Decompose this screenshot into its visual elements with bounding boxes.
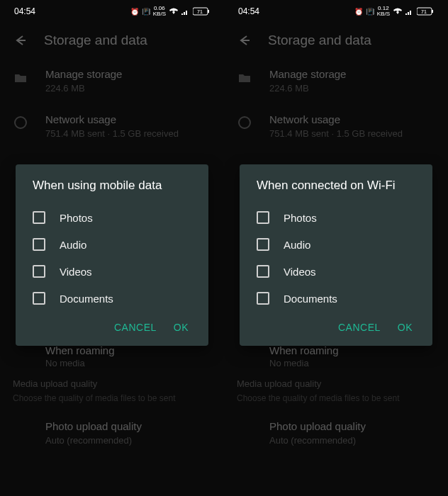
checkbox-icon[interactable]: [257, 211, 269, 224]
app-bar: Storage and data: [0, 23, 224, 58]
back-icon[interactable]: [237, 33, 251, 47]
data-usage-icon: [237, 115, 252, 130]
check-audio[interactable]: Audio: [23, 231, 201, 258]
svg-rect-1: [208, 10, 209, 13]
checkbox-icon[interactable]: [257, 292, 269, 305]
wifi-icon: [169, 7, 179, 16]
dialog-title: When connected on Wi-Fi: [247, 179, 425, 204]
spacer-icon: [13, 422, 28, 437]
checkbox-icon[interactable]: [33, 265, 45, 278]
check-label: Photos: [284, 212, 317, 224]
dialog-mobile-data: When using mobile data Photos Audio Vide…: [16, 164, 208, 346]
dialog-actions: CANCEL OK: [247, 312, 425, 339]
status-bar: 04:54 ⏰ 📳 0.12KB/S 71: [224, 0, 448, 23]
battery-icon: 71: [193, 7, 210, 16]
cancel-button[interactable]: CANCEL: [338, 322, 381, 333]
ok-button[interactable]: OK: [174, 322, 189, 333]
data-usage-icon: [13, 115, 28, 130]
dialog-actions: CANCEL OK: [23, 312, 201, 339]
network-speed: 0.06KB/S: [153, 6, 166, 17]
signal-icon: [181, 8, 190, 15]
status-time: 04:54: [14, 6, 35, 16]
check-label: Photos: [60, 212, 93, 224]
photo-quality-sub: Auto (recommended): [269, 435, 435, 446]
checkbox-icon[interactable]: [33, 292, 45, 305]
photo-quality-title: Photo upload quality: [269, 420, 435, 432]
roaming-title: When roaming: [45, 344, 224, 356]
svg-rect-5: [432, 10, 433, 13]
alarm-icon: ⏰: [130, 8, 139, 16]
folder-icon: [237, 69, 252, 85]
check-documents[interactable]: Documents: [23, 285, 201, 312]
check-audio[interactable]: Audio: [247, 231, 425, 258]
vibrate-icon: 📳: [142, 8, 150, 16]
phone-screen-right: 04:54 ⏰ 📳 0.12KB/S 71 Storage and data: [224, 0, 448, 496]
checkbox-icon[interactable]: [33, 238, 45, 251]
media-quality-header: Media upload quality: [0, 368, 224, 392]
status-right: ⏰ 📳 0.06KB/S 71: [130, 6, 210, 17]
network-speed: 0.12KB/S: [377, 6, 390, 17]
manage-storage-title: Manage storage: [45, 68, 211, 80]
media-quality-header: Media upload quality: [224, 368, 448, 392]
phone-screen-left: 04:54 ⏰ 📳 0.06KB/S 71 Storage and data: [0, 0, 224, 496]
battery-icon: 71: [417, 7, 434, 16]
media-quality-sub: Choose the quality of media files to be …: [0, 392, 224, 410]
manage-storage-item[interactable]: Manage storage 224.6 MB: [0, 58, 224, 103]
folder-icon: [13, 69, 28, 85]
roaming-sub: No media: [269, 358, 448, 368]
status-time: 04:54: [238, 6, 259, 16]
signal-icon: [405, 8, 414, 15]
check-documents[interactable]: Documents: [247, 285, 425, 312]
manage-storage-sub: 224.6 MB: [269, 83, 435, 94]
check-label: Audio: [60, 239, 86, 251]
photo-quality-item[interactable]: Photo upload quality Auto (recommended): [224, 410, 448, 456]
media-quality-sub: Choose the quality of media files to be …: [224, 392, 448, 410]
roaming-sub: No media: [45, 358, 224, 368]
network-usage-item[interactable]: Network usage 751.4 MB sent · 1.5 GB rec…: [0, 103, 224, 149]
alarm-icon: ⏰: [354, 8, 363, 16]
svg-point-3: [15, 117, 26, 128]
manage-storage-sub: 224.6 MB: [45, 83, 211, 94]
network-usage-item[interactable]: Network usage 751.4 MB sent · 1.5 GB rec…: [224, 103, 448, 149]
svg-point-7: [239, 117, 250, 128]
checkbox-icon[interactable]: [257, 265, 269, 278]
check-label: Videos: [284, 266, 316, 278]
roaming-item[interactable]: When roaming No media: [224, 344, 448, 368]
page-title: Storage and data: [268, 33, 371, 48]
check-videos[interactable]: Videos: [23, 258, 201, 285]
photo-quality-sub: Auto (recommended): [45, 435, 211, 446]
check-label: Audio: [284, 239, 310, 251]
svg-text:71: 71: [421, 9, 427, 14]
checkbox-icon[interactable]: [33, 211, 45, 224]
dialog-wifi: When connected on Wi-Fi Photos Audio Vid…: [240, 164, 432, 346]
network-usage-title: Network usage: [45, 113, 211, 125]
network-usage-title: Network usage: [269, 113, 435, 125]
status-right: ⏰ 📳 0.12KB/S 71: [354, 6, 434, 17]
status-bar: 04:54 ⏰ 📳 0.06KB/S 71: [0, 0, 224, 23]
check-photos[interactable]: Photos: [23, 204, 201, 231]
network-usage-sub: 751.4 MB sent · 1.5 GB received: [269, 128, 435, 139]
photo-quality-title: Photo upload quality: [45, 420, 211, 432]
photo-quality-item[interactable]: Photo upload quality Auto (recommended): [0, 410, 224, 456]
spacer-icon: [237, 422, 252, 437]
check-label: Documents: [60, 293, 113, 305]
roaming-title: When roaming: [269, 344, 448, 356]
back-icon[interactable]: [13, 33, 27, 47]
network-usage-sub: 751.4 MB sent · 1.5 GB received: [45, 128, 211, 139]
check-label: Documents: [284, 293, 337, 305]
manage-storage-title: Manage storage: [269, 68, 435, 80]
wifi-icon: [393, 7, 403, 16]
vibrate-icon: 📳: [366, 8, 374, 16]
check-videos[interactable]: Videos: [247, 258, 425, 285]
svg-text:71: 71: [197, 9, 203, 14]
ok-button[interactable]: OK: [398, 322, 413, 333]
cancel-button[interactable]: CANCEL: [114, 322, 157, 333]
check-label: Videos: [60, 266, 92, 278]
manage-storage-item[interactable]: Manage storage 224.6 MB: [224, 58, 448, 103]
check-photos[interactable]: Photos: [247, 204, 425, 231]
checkbox-icon[interactable]: [257, 238, 269, 251]
dialog-title: When using mobile data: [23, 179, 201, 204]
roaming-item[interactable]: When roaming No media: [0, 344, 224, 368]
page-title: Storage and data: [44, 33, 147, 48]
app-bar: Storage and data: [224, 23, 448, 58]
